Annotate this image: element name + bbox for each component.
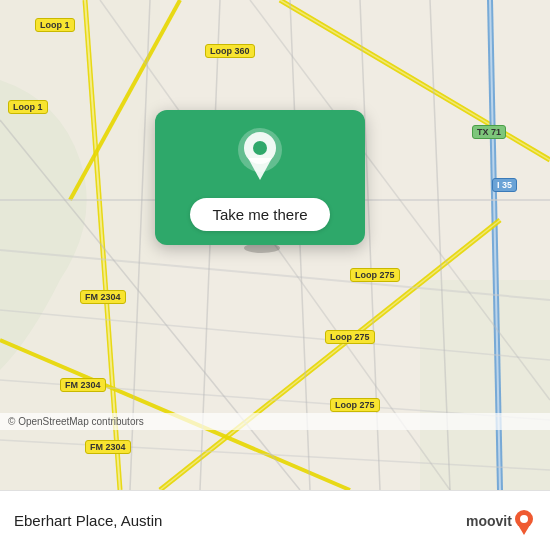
svg-text:moovit: moovit bbox=[466, 513, 512, 529]
location-pin-icon bbox=[238, 128, 282, 180]
svg-point-33 bbox=[520, 515, 528, 523]
bottom-bar: Eberhart Place, Austin moovit bbox=[0, 490, 550, 550]
road-label-loop360: Loop 360 bbox=[205, 44, 255, 58]
location-icon-wrap bbox=[238, 128, 282, 184]
svg-marker-32 bbox=[518, 525, 530, 535]
tooltip-card: Take me there bbox=[155, 110, 365, 245]
road-label-loop275-bot: Loop 275 bbox=[330, 398, 380, 412]
copyright-bar: © OpenStreetMap contributors bbox=[0, 413, 550, 430]
take-me-there-button[interactable]: Take me there bbox=[190, 198, 329, 231]
road-label-i35: I 35 bbox=[492, 178, 517, 192]
road-label-fm2304-left: FM 2304 bbox=[80, 290, 126, 304]
moovit-logo-svg: moovit bbox=[466, 507, 536, 535]
road-label-fm2304-bot: FM 2304 bbox=[60, 378, 106, 392]
road-label-loop275-mid: Loop 275 bbox=[325, 330, 375, 344]
road-label-loop275-right: Loop 275 bbox=[350, 268, 400, 282]
road-label-fm2304-btm: FM 2304 bbox=[85, 440, 131, 454]
moovit-logo: moovit bbox=[466, 507, 536, 535]
road-label-loop1-top: Loop 1 bbox=[35, 18, 75, 32]
road-label-tx71: TX 71 bbox=[472, 125, 506, 139]
copyright-text: © OpenStreetMap contributors bbox=[8, 416, 144, 427]
map-container: Loop 1 Loop 360 Loop 1 TX 71 I 35 Loop 2… bbox=[0, 0, 550, 490]
place-name: Eberhart Place, Austin bbox=[14, 512, 162, 529]
svg-point-29 bbox=[253, 141, 267, 155]
road-label-loop1-left: Loop 1 bbox=[8, 100, 48, 114]
